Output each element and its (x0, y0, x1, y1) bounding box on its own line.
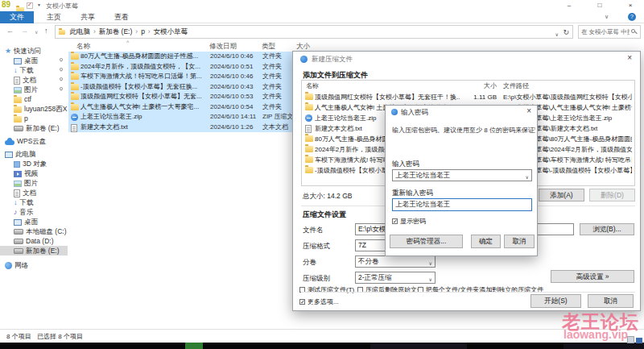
quick-toolbar-dropdown-icon[interactable]: ▼ (37, 2, 41, 7)
breadcrumb[interactable]: 此电脑新加卷 (E:)p女模小草莓 ∨ ↻ (55, 25, 573, 39)
archive-app-icon (391, 109, 398, 115)
cube-icon (14, 161, 20, 168)
minimize-button[interactable]: – (559, 0, 580, 10)
drive-icon (14, 248, 23, 254)
sidebar-item-documents[interactable]: 文档 (0, 75, 68, 85)
advanced-settings-button[interactable]: 高级设置 » (551, 270, 634, 283)
computer-icon (5, 152, 13, 158)
chevron-down-icon: ∨ (429, 259, 432, 269)
selected-count: 已选择 8 个项目 (37, 332, 83, 341)
download-arrow-icon: ↓ (14, 199, 18, 206)
sidebar-section-network[interactable]: 网络 (0, 260, 68, 270)
crumb-drive[interactable]: 新加卷 (E:) (99, 26, 141, 38)
column-header-date[interactable]: 修改日期 (209, 41, 237, 52)
quick-toolbar-check-icon[interactable] (27, 2, 33, 9)
desktop-icon (14, 219, 22, 226)
ok-button[interactable]: 确定 (471, 235, 501, 248)
back-button[interactable]: ← (6, 27, 14, 35)
sidebar-item-pictures-pc[interactable]: 图片 (0, 178, 68, 188)
password-combo[interactable]: 上老王论坛当老王∨ (392, 169, 532, 181)
close-icon[interactable]: × (526, 106, 531, 115)
sidebar-item-drive-e-quick[interactable]: 新加卷 (E:) (0, 123, 68, 133)
cancel-button[interactable]: 取消 (588, 294, 634, 308)
desktop-icon (14, 58, 22, 64)
column-header-type[interactable]: 类型 (262, 41, 275, 52)
dialog-column-name[interactable]: 名称 (306, 81, 319, 91)
tab-share[interactable]: 共享 (74, 11, 101, 23)
close-button[interactable]: × (620, 0, 641, 10)
maximize-button[interactable]: □ (589, 0, 610, 10)
network-globe-icon (5, 262, 12, 269)
sidebar-item-downloads-pc[interactable]: ↓下载 (0, 197, 68, 207)
sidebar-item-desktop[interactable]: 桌面 (0, 56, 68, 65)
sidebar-item-ctf[interactable]: ctf (0, 94, 68, 104)
close-icon[interactable]: × (627, 53, 632, 62)
help-icon[interactable]: ? (628, 13, 636, 21)
more-options-checkbox[interactable]: 更多选项... (299, 298, 339, 306)
show-password-checkbox[interactable]: 显示密码 (392, 218, 426, 226)
sidebar-item-p[interactable]: p (0, 114, 68, 123)
sidebar-item-downloads[interactable]: ↓下载 (0, 65, 68, 75)
history-dropdown-icon[interactable]: ∨ (35, 29, 38, 35)
refresh-icon[interactable]: ↻ (563, 27, 569, 39)
taskbar[interactable] (0, 343, 644, 349)
up-button[interactable]: ↑ (44, 27, 48, 35)
checkbox-icon (392, 218, 398, 224)
folder-icon (305, 104, 313, 110)
filename-label: 文件名 (303, 226, 324, 235)
folder-icon (71, 104, 79, 110)
folder-icon (14, 116, 22, 123)
download-arrow-icon: ↓ (14, 67, 18, 74)
document-icon (14, 189, 20, 197)
sidebar-section-quick-access[interactable]: ★快速访问 (0, 46, 68, 56)
sidebar-item-desktop-pc[interactable]: 桌面 (0, 217, 68, 226)
sidebar-item-pictures[interactable]: 图片 (0, 85, 68, 94)
enter-password-label: 输入密码 (392, 160, 419, 169)
volume-select[interactable]: 不分卷∨ (355, 256, 436, 268)
sidebar-item-drive-e[interactable]: 新加卷 (E:) (0, 246, 68, 256)
password-cancel-button[interactable]: 取消 (504, 235, 535, 248)
tray-icon[interactable] (636, 338, 642, 343)
sidebar-item-drive-d[interactable]: Data (D:) (0, 236, 68, 246)
tab-view[interactable]: 查看 (108, 11, 135, 23)
ribbon-collapse-icon[interactable]: ∨ (605, 14, 609, 20)
password-manager-button[interactable]: 密码管理器... (390, 235, 463, 248)
sidebar-item-videos[interactable]: 视频 (0, 168, 68, 178)
test-archive-checkbox[interactable]: 测试压缩文件(T) (299, 286, 354, 294)
separate-archives-checkbox[interactable]: 把每个文件/文件夹添加到独立的压缩文件 (418, 286, 543, 294)
reenter-password-input[interactable] (392, 198, 532, 211)
delete-button[interactable]: 删除(D) (589, 189, 635, 202)
add-button[interactable]: 添加(A) (539, 189, 584, 202)
crumb-p[interactable]: p (141, 26, 154, 38)
browse-button[interactable]: 浏览(B)... (580, 223, 634, 235)
address-dropdown-icon[interactable]: ∨ (555, 29, 559, 41)
crumb-this-pc[interactable]: 此电脑 (69, 26, 98, 38)
archive-row[interactable]: 顶级颜值网红女模特【女模小草莓】无套狂干！换...1.11 GBE:\p\女模小… (302, 92, 634, 102)
sidebar-section-this-pc[interactable]: 此电脑 (0, 149, 68, 159)
folder-icon (71, 64, 79, 70)
tray-icon[interactable] (627, 336, 634, 343)
sidebar-item-music[interactable]: ♪音乐 (0, 207, 68, 217)
crumb-current[interactable]: 女模小草莓 (154, 26, 195, 38)
level-select[interactable]: 2-正常压缩∨ (355, 272, 436, 284)
sidebar-item-documents-pc[interactable]: 文档 (0, 188, 68, 197)
watermark-site: laowang.vip (564, 328, 628, 341)
dialog-column-path[interactable]: 文件路径 (503, 81, 529, 91)
folder-icon (71, 84, 79, 90)
text-file-icon (71, 124, 77, 132)
tab-file[interactable]: 文件 (0, 11, 34, 23)
forward-button[interactable]: → (21, 27, 28, 35)
tab-home[interactable]: 主页 (40, 11, 68, 23)
sidebar-item-drive-c[interactable]: 本地磁盘 (C:) (0, 226, 68, 236)
dialog-column-size[interactable]: 大小 (463, 81, 497, 91)
sidebar-item-luyuan[interactable]: luyuan258西X (0, 104, 68, 114)
password-dialog-title: 输入密码 (401, 108, 428, 118)
zip-file-icon (71, 114, 78, 121)
search-input[interactable]: 在 女模小草莓 中搜索 (578, 25, 641, 39)
sidebar-section-wps-cloud[interactable]: WPS云盘 (0, 136, 68, 146)
delete-original-checkbox[interactable]: 压缩后删除原始文件 (357, 286, 423, 294)
sidebar-item-3d-objects[interactable]: 3D 对象 (0, 159, 68, 168)
pictures-icon (14, 87, 22, 93)
column-header-name[interactable]: 名称 (76, 41, 90, 52)
start-button[interactable]: 开始(S) (530, 294, 581, 308)
